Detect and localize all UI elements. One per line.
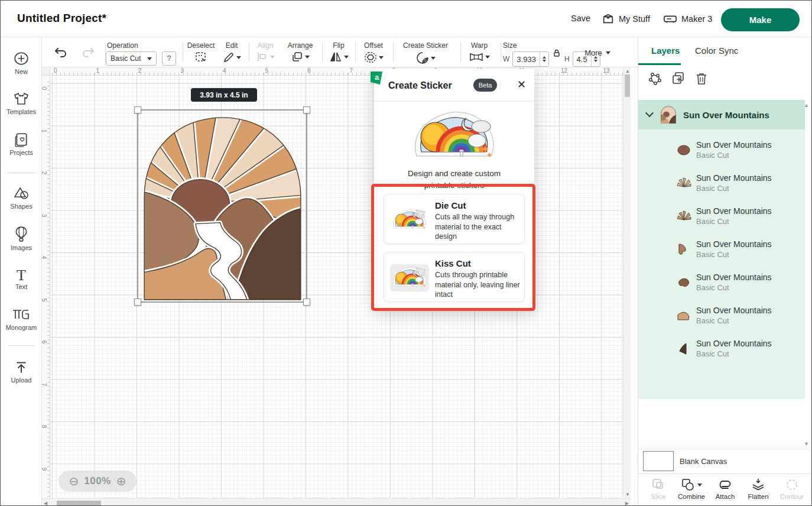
popup-header: Create Sticker Beta ✕ [374,69,534,102]
close-icon[interactable]: ✕ [517,78,526,91]
selection-handle[interactable] [303,299,310,306]
my-stuff-button[interactable]: My Stuff [602,12,650,25]
sidebar-item-label: Upload [1,377,42,384]
make-button[interactable]: Make [721,8,800,31]
sidebar-item-label: Shapes [1,203,42,210]
sidebar-item-images[interactable]: Images [1,226,42,251]
canvas-horizontal-scrollbar[interactable]: ◀ ▶ [42,498,631,506]
duplicate-icon[interactable] [671,72,686,86]
create-sticker-button[interactable]: Create Sticker [394,37,457,67]
attach-button[interactable]: Attach [710,478,740,500]
sidebar-item-monogram[interactable]: Monogram [1,307,42,331]
layer-thumbnail-rays [676,209,691,224]
zoom-in-button[interactable]: ⊕ [116,475,126,487]
kiss-cut-description: Cuts through printable material only, le… [435,270,521,300]
redo-icon[interactable] [80,46,95,58]
scrollbar-thumb[interactable] [57,501,101,505]
toolbar-divider [322,42,323,62]
machine-label: Maker 3 [681,14,712,24]
contour-icon [785,478,799,492]
zoom-level: 100% [84,475,111,487]
kiss-cut-title: Kiss Cut [435,258,471,268]
layer-item[interactable]: Sun Over Mountains Basic Cut [638,300,805,333]
layer-item[interactable]: Sun Over Mountains Basic Cut [638,267,805,300]
tab-layers[interactable]: Layers [651,46,680,56]
size-tooltip: 3.93 in x 4.5 in [191,88,257,102]
slice-button[interactable]: Slice [643,478,674,500]
my-stuff-label: My Stuff [619,14,650,24]
sidebar-divider [8,345,35,346]
vertical-ruler: 0123456789 [42,76,50,498]
sidebar-item-projects[interactable]: Projects [1,132,42,156]
sidebar-item-text[interactable]: T Text [1,268,42,290]
scrollbar-thumb[interactable] [625,74,630,97]
more-menu-button[interactable]: More [577,37,618,67]
svg-text:a: a [375,73,379,82]
layer-group-header[interactable]: Sun Over Mountains [638,100,805,129]
combine-button[interactable]: Combine [676,478,707,500]
cricut-access-flag-icon: a [369,70,382,85]
chevron-down-icon [236,56,241,59]
canvas-grid[interactable] [50,76,623,498]
delete-icon[interactable] [695,72,708,86]
layer-item[interactable]: Sun Over Mountains Basic Cut [638,233,805,267]
chevron-down-icon [379,56,384,59]
scroll-up-icon[interactable]: ▲ [625,69,630,74]
slice-icon [651,478,665,492]
save-button[interactable]: Save [571,14,590,23]
deselect-button[interactable]: Deselect [184,37,218,67]
warp-menu-button[interactable]: Warp [462,37,497,67]
arrange-menu-button[interactable]: Arrange [282,37,319,67]
machine-selector[interactable]: Maker 3 [663,12,712,25]
selection-handle[interactable] [134,106,141,113]
chevron-down-icon [270,56,275,59]
layer-item[interactable]: Sun Over Mountains Basic Cut [638,167,805,200]
width-input[interactable]: 3.933 [512,51,549,67]
warp-icon [469,51,483,63]
chevron-down-icon [485,56,490,59]
upload-arrow-icon [14,359,29,375]
sidebar-item-shapes[interactable]: Shapes [1,186,42,210]
scroll-left-icon[interactable]: ◀ [44,501,47,506]
edit-menu-button[interactable]: Edit [218,37,245,67]
selection-handle[interactable] [303,106,310,113]
lock-aspect-icon[interactable] [552,48,561,58]
sidebar-item-templates[interactable]: Templates [1,91,42,115]
flatten-icon [751,478,765,492]
sidebar-item-new[interactable]: New [1,51,42,75]
zoom-out-button[interactable]: ⊖ [69,475,79,487]
more-label: More [584,48,602,57]
hot-air-balloon-icon [14,226,29,242]
panel-scroll-down-icon[interactable]: ▼ [804,441,809,447]
sidebar-item-upload[interactable]: Upload [1,359,42,384]
selection-bounding-box[interactable] [137,109,307,303]
width-value: 3.933 [513,52,540,66]
layer-item[interactable]: Sun Over Mountains Basic Cut [638,333,805,366]
align-menu-button[interactable]: Align [250,37,281,67]
canvas-vertical-scrollbar[interactable]: ▲ ▼ [623,67,631,498]
kiss-cut-option[interactable]: Kiss Cut Cuts through printable material… [384,252,525,302]
die-cut-option[interactable]: Die Cut Cuts all the way through materia… [384,194,525,244]
chevron-down-icon[interactable] [645,109,654,117]
operation-select[interactable]: Basic Cut [106,51,157,66]
selection-handle[interactable] [134,299,141,306]
flatten-button[interactable]: Flatten [743,478,774,500]
chevron-down-icon [147,57,152,60]
blank-canvas-thumbnail[interactable] [643,451,674,471]
height-label: H [564,55,570,63]
scroll-right-icon[interactable]: ▶ [625,501,629,506]
width-stepper[interactable] [540,52,548,66]
operation-help-button[interactable]: ? [162,51,176,66]
layer-item[interactable]: Sun Over Mountains Basic Cut [638,200,805,233]
tab-color-sync[interactable]: Color Sync [695,46,738,56]
layer-list: Sun Over Mountains Basic Cut Sun Over Mo… [638,129,805,399]
beta-badge: Beta [473,79,497,92]
scroll-down-icon[interactable]: ▼ [625,492,630,497]
layer-item[interactable]: Sun Over Mountains Basic Cut [638,134,805,167]
popup-title: Create Sticker [388,80,452,91]
group-ungroup-icon[interactable] [648,72,662,86]
offset-menu-button[interactable]: Offset [356,37,391,67]
contour-button[interactable]: Contour [777,478,807,500]
undo-icon[interactable] [54,46,69,58]
flip-menu-button[interactable]: Flip [323,37,354,67]
